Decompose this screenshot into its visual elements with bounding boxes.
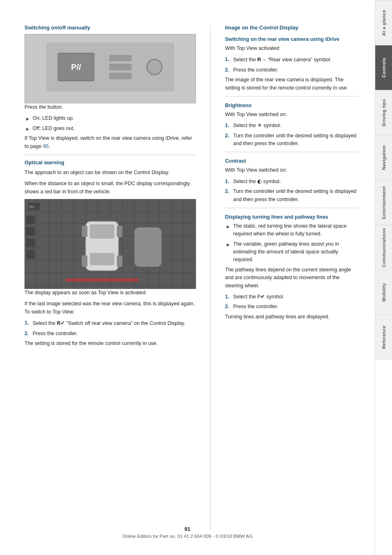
svg-rect-28 bbox=[135, 228, 161, 266]
sidebar-tab-entertainment[interactable]: Entertainment bbox=[375, 180, 392, 225]
dash-controls bbox=[109, 55, 131, 79]
subsection-title-contrast: Contrast bbox=[225, 158, 359, 164]
subsection-title-brightness: Brightness bbox=[225, 103, 359, 108]
svg-rect-35 bbox=[26, 250, 35, 259]
svg-rect-27 bbox=[117, 255, 122, 267]
section-switching-onoff: Switching on/off manually P// Press the … bbox=[24, 25, 196, 150]
contrast-step2-text: Turn the controller until the desired se… bbox=[233, 188, 359, 204]
brightness-step2-num: 2. bbox=[225, 132, 231, 148]
svg-rect-32 bbox=[26, 215, 35, 224]
dashboard-image: P// bbox=[24, 34, 196, 103]
step1-num: 1. bbox=[24, 319, 30, 327]
separator-right3 bbox=[225, 208, 359, 208]
sidebar-tab-mobility[interactable]: Mobility bbox=[375, 270, 392, 315]
svg-rect-22 bbox=[90, 224, 114, 239]
page-number: 91 bbox=[0, 526, 375, 532]
optical-body4: If the last image selected was the rear … bbox=[24, 300, 196, 316]
bullet-variable-green-text: The variable, green pathway lines assist… bbox=[233, 240, 359, 264]
contrast-step1: 1. Select the ◐ symbol. bbox=[225, 178, 359, 186]
right-step1-num: 1. bbox=[225, 56, 231, 64]
turning-lines-displayed-text: Turning lines and pathway lines are disp… bbox=[225, 313, 359, 321]
bullet-arrow-icon: ▶ bbox=[26, 116, 30, 122]
dash-screen: P// bbox=[58, 53, 94, 81]
separator1 bbox=[24, 154, 196, 155]
svg-rect-31 bbox=[65, 279, 139, 281]
svg-text:R1: R1 bbox=[29, 205, 34, 209]
separator-right2 bbox=[225, 152, 359, 152]
sidebar-tab-driving-tips[interactable]: Driving tips bbox=[375, 90, 392, 135]
bullet-led-on: ▶ On: LED lights up. bbox=[24, 114, 196, 122]
step2-press-ctrl: 2. Press the controller. bbox=[24, 330, 196, 338]
turning-step2-num: 2. bbox=[225, 303, 231, 311]
brightness-step1-num: 1. bbox=[225, 122, 231, 130]
bullet-arrow-icon2: ▶ bbox=[26, 126, 30, 132]
sidebar-tab-communications[interactable]: Communications bbox=[375, 225, 392, 270]
separator-right1 bbox=[225, 96, 359, 97]
subsection-title-rear-camera: Switching on the rear view camera using … bbox=[225, 36, 359, 42]
contrast-step2: 2. Turn the controller until the desired… bbox=[225, 188, 359, 204]
sidebar-tab-reference[interactable]: Reference bbox=[375, 315, 392, 360]
section-title-optical: Optical warning bbox=[24, 159, 196, 166]
svg-rect-33 bbox=[26, 227, 35, 236]
brightness-step1: 1. Select the ☀ symbol. bbox=[225, 122, 359, 130]
section-title-image-control: Image on the Control Display bbox=[225, 25, 359, 31]
setting-stored-text: The setting is stored for the remote con… bbox=[24, 340, 196, 347]
turning-step2: 2. Press the controller. bbox=[225, 303, 359, 311]
step1-switch-rear-text: Select the R✓ “Switch off rear view came… bbox=[33, 319, 185, 327]
sidebar-tab-controls[interactable]: Controls bbox=[375, 45, 392, 90]
right-step1-text: Select the R→ “Rear view camera” symbol. bbox=[233, 56, 332, 64]
optical-body1: The approach to an object can be shown o… bbox=[24, 169, 196, 177]
section-contrast: Contrast With Top View switched on: 1. S… bbox=[225, 158, 359, 204]
bullet-arrow-icon4: ▶ bbox=[227, 242, 231, 264]
section-image-control-display: Image on the Control Display Switching o… bbox=[225, 25, 359, 92]
contrast-step1-num: 1. bbox=[225, 178, 231, 186]
step2-press-ctrl-right: 2. Press the controller. bbox=[225, 66, 359, 74]
bullet-static-red-text: The static, red turning line shows the l… bbox=[233, 222, 359, 238]
page-footer: 91 Online Edition for Part no. 01 41 2 6… bbox=[0, 526, 375, 539]
svg-rect-26 bbox=[82, 255, 87, 267]
rear-view-stored-text: The image of the rear view camera is dis… bbox=[225, 76, 359, 92]
topview-svg: R1 bbox=[24, 199, 196, 289]
contrast-body1: With Top View switched on: bbox=[225, 166, 359, 174]
press-button-text: Press the button. bbox=[24, 103, 196, 111]
optical-body3: The display appears as soon as Top View … bbox=[24, 289, 196, 297]
sidebar: At a glance Controls Driving tips Naviga… bbox=[375, 0, 392, 555]
optical-body2: When the distance to an object is small,… bbox=[24, 180, 196, 196]
dash-knob bbox=[147, 59, 163, 75]
top-view-refer-text: If Top View is displayed, switch on the … bbox=[24, 134, 196, 150]
bullet-variable-green: ▶ The variable, green pathway lines assi… bbox=[225, 240, 359, 264]
subsection-title-turning-lines: Displaying turning lines and pathway lin… bbox=[225, 214, 359, 220]
brightness-step2: 2. Turn the controller until the desired… bbox=[225, 132, 359, 148]
step2-press-ctrl-text: Press the controller. bbox=[33, 330, 78, 338]
svg-rect-24 bbox=[82, 226, 87, 237]
brightness-step2-text: Turn the controller until the desired se… bbox=[233, 132, 359, 148]
turning-step1-num: 1. bbox=[225, 293, 231, 301]
pathway-lines-body: The pathway lines depend on the current … bbox=[225, 266, 359, 290]
page-link-95[interactable]: 95 bbox=[43, 143, 49, 149]
right-step2-num: 2. bbox=[225, 66, 231, 74]
bullet-static-red: ▶ The static, red turning line shows the… bbox=[225, 222, 359, 238]
section-brightness: Brightness With Top View switched on: 1.… bbox=[225, 103, 359, 148]
contrast-step1-text: Select the ◐ symbol. bbox=[233, 178, 281, 186]
bullet-arrow-icon3: ▶ bbox=[227, 224, 231, 238]
section-title-switching: Switching on/off manually bbox=[24, 25, 196, 31]
right-step2-text: Press the controller. bbox=[233, 66, 278, 74]
step2-num: 2. bbox=[24, 330, 30, 338]
column-divider bbox=[210, 25, 211, 530]
bullet-led-on-text: On: LED lights up. bbox=[33, 114, 74, 122]
step1-select-rear-symbol: 1. Select the R→ “Rear view camera” symb… bbox=[225, 56, 359, 64]
footer-text: Online Edition for Part no. 01 41 2 604 … bbox=[0, 534, 375, 539]
top-view-activated-text: With Top View activated: bbox=[225, 45, 359, 52]
turning-step1-text: Select the P✔ symbol. bbox=[233, 293, 284, 301]
section-optical-warning: Optical warning The approach to an objec… bbox=[24, 159, 196, 347]
sidebar-tab-at-a-glance[interactable]: At a glance bbox=[375, 0, 392, 45]
bullet-led-off-text: Off: LED goes out. bbox=[33, 125, 75, 132]
svg-rect-34 bbox=[26, 238, 35, 247]
brightness-body1: With Top View switched on: bbox=[225, 111, 359, 119]
contrast-step2-num: 2. bbox=[225, 188, 231, 204]
turning-step1: 1. Select the P✔ symbol. bbox=[225, 293, 359, 301]
brightness-step1-text: Select the ☀ symbol. bbox=[233, 122, 281, 130]
sidebar-tab-navigation[interactable]: Navigation bbox=[375, 135, 392, 180]
svg-rect-25 bbox=[117, 226, 122, 237]
bullet-led-off: ▶ Off: LED goes out. bbox=[24, 125, 196, 132]
